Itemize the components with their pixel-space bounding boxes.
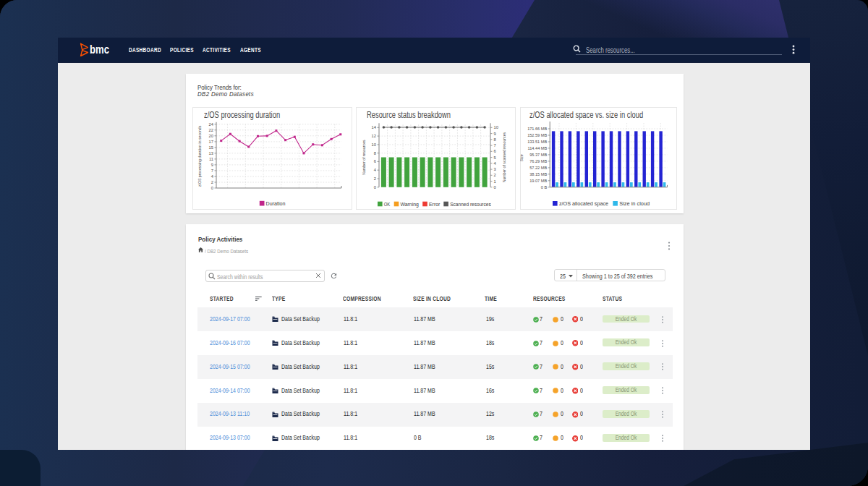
svg-text:13: 13 xyxy=(209,151,213,155)
svg-text:0: 0 xyxy=(374,185,376,189)
svg-text:4: 4 xyxy=(494,161,497,166)
svg-text:10: 10 xyxy=(494,125,498,129)
svg-text:8: 8 xyxy=(494,137,496,142)
svg-text:24: 24 xyxy=(209,122,214,127)
svg-text:Size: Size xyxy=(520,154,524,161)
svg-text:9: 9 xyxy=(494,132,496,136)
svg-text:3: 3 xyxy=(494,167,496,171)
svg-text:15: 15 xyxy=(209,145,213,150)
svg-text:9: 9 xyxy=(211,163,213,167)
svg-text:38.15 MB: 38.15 MB xyxy=(529,172,547,176)
svg-text:z/OS processing duration in se: z/OS processing duration in seconds xyxy=(198,125,203,187)
svg-text:7: 7 xyxy=(211,169,213,173)
svg-text:5: 5 xyxy=(494,155,496,160)
svg-text:114.44 MB: 114.44 MB xyxy=(527,146,547,150)
svg-text:57.22 MB: 57.22 MB xyxy=(529,166,547,170)
svg-text:2: 2 xyxy=(211,180,213,184)
svg-text:Number of scanned resources: Number of scanned resources xyxy=(502,132,506,182)
svg-text:8: 8 xyxy=(374,151,376,155)
svg-text:Error: Error xyxy=(429,201,441,208)
svg-text:76.29 MB: 76.29 MB xyxy=(529,159,547,163)
svg-text:Scanned resources: Scanned resources xyxy=(450,201,491,208)
svg-text:6: 6 xyxy=(374,159,376,163)
svg-text:171.66 MB: 171.66 MB xyxy=(527,127,547,131)
svg-text:10: 10 xyxy=(372,142,376,147)
svg-text:2: 2 xyxy=(494,173,496,177)
svg-text:133.51 MB: 133.51 MB xyxy=(527,140,547,144)
svg-text:11: 11 xyxy=(209,157,213,161)
svg-text:14: 14 xyxy=(372,125,377,129)
svg-text:22: 22 xyxy=(209,128,213,132)
svg-text:Warning: Warning xyxy=(401,201,419,208)
svg-text:152.59 MB: 152.59 MB xyxy=(527,133,547,137)
svg-text:0 B: 0 B xyxy=(540,185,547,189)
svg-text:20: 20 xyxy=(209,134,213,138)
svg-text:Number of resources: Number of resources xyxy=(362,140,366,175)
svg-text:Duration: Duration xyxy=(266,200,286,207)
svg-text:12: 12 xyxy=(372,134,376,138)
svg-text:OK: OK xyxy=(384,201,391,208)
svg-text:Size in cloud: Size in cloud xyxy=(619,200,650,207)
svg-text:7: 7 xyxy=(494,143,496,148)
svg-text:4: 4 xyxy=(374,168,377,172)
svg-text:2: 2 xyxy=(374,176,376,181)
svg-text:19.07 MB: 19.07 MB xyxy=(529,179,547,183)
svg-text:z/OS allocated space: z/OS allocated space xyxy=(559,200,608,207)
svg-text:95.37 MB: 95.37 MB xyxy=(529,153,547,157)
svg-text:0: 0 xyxy=(211,186,213,190)
svg-text:0: 0 xyxy=(494,185,496,189)
svg-text:1: 1 xyxy=(494,179,496,184)
svg-text:17: 17 xyxy=(209,140,213,144)
svg-text:6: 6 xyxy=(494,149,496,153)
svg-text:4: 4 xyxy=(211,174,214,179)
